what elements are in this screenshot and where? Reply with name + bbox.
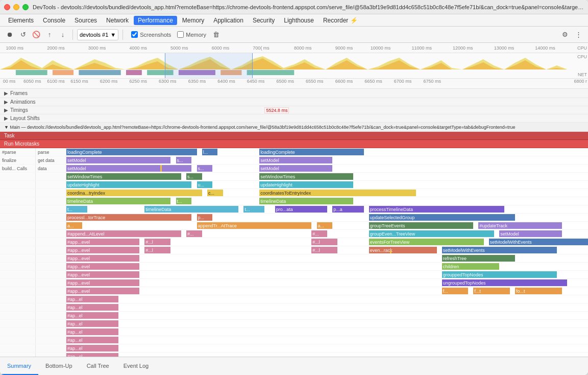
bar-eventsfortreeview[interactable]: eventsForTreeView (369, 239, 484, 245)
bar-appevel-2[interactable]: #app...evel (66, 247, 139, 253)
bar-apel-1[interactable]: #ap...el (66, 296, 118, 302)
bar-apel-5[interactable]: #ap...el (66, 329, 118, 335)
bar-apel-7[interactable]: #ap...el (66, 345, 118, 351)
devtools-selector[interactable]: devtools #1 ▼ (77, 29, 118, 40)
bar-c-dots[interactable]: c... (207, 190, 223, 196)
bar-hash-dots-1[interactable]: #... (186, 230, 202, 237)
tab-call-tree[interactable]: Call Tree (80, 357, 116, 375)
memory-checkbox[interactable] (177, 31, 184, 38)
settings-button[interactable]: ⚙ (559, 29, 571, 40)
record-button[interactable]: ⏺ (4, 29, 15, 40)
bar-s-dots-3[interactable]: s... (186, 173, 202, 180)
bar-s-dots-2[interactable]: s... (197, 165, 213, 172)
tab-bottom-up[interactable]: Bottom-Up (38, 357, 80, 375)
overview-cpu-net[interactable]: CPU NET (0, 53, 588, 79)
bar-timelinedata-1[interactable]: timelineData (66, 198, 170, 204)
bar-t-dots-2[interactable]: t... (66, 206, 87, 213)
bar-apel-6[interactable]: #ap...el (66, 337, 118, 343)
run-microtasks-bar[interactable]: Run Microtasks (0, 140, 588, 148)
bar-appendtrace[interactable]: appendTr...AtTrace (197, 222, 312, 229)
bar-setmodelwithevents-1[interactable]: setModelWithEvents (489, 239, 588, 245)
frames-track-header[interactable]: ▶ Frames (0, 89, 588, 98)
bar-t-dots-3[interactable]: t... (243, 206, 264, 213)
bar-evenrack[interactable]: even...rack (369, 247, 437, 253)
bar-updatehighlight-2[interactable]: updateHighlight (259, 181, 353, 188)
bar-loading-complete-1[interactable]: loadingComplete (66, 149, 197, 155)
bar-setwindowtimes-2[interactable]: setWindowTimes (259, 173, 353, 180)
bar-setmodel-4[interactable]: setModel (259, 165, 332, 172)
bar-setmodel-3[interactable]: setModel (66, 165, 191, 172)
bar-processtrace-1[interactable]: processl...torTrace (66, 214, 191, 221)
bar-updateselectedgroup[interactable]: updateSelectedGroup (369, 214, 515, 221)
bar-apel-8[interactable]: #ap...el (66, 353, 118, 357)
more-options-button[interactable]: ⋮ (573, 29, 584, 40)
menu-network[interactable]: Network (102, 16, 133, 25)
bar-fot[interactable]: fo...t (515, 288, 562, 294)
bar-refreshtree[interactable]: refreshTree (442, 255, 515, 262)
bar-appevel-5[interactable]: #app...evel (66, 271, 139, 278)
bar-pa[interactable]: p...a (332, 206, 363, 213)
bar-appevel-7[interactable]: #app...evel (66, 288, 139, 294)
trash-button[interactable]: 🗑 (210, 29, 222, 40)
menu-recorder[interactable]: Recorder ⚡ (319, 16, 362, 25)
bar-grouppedtopnodes[interactable]: grouppedTopNodes (442, 271, 557, 278)
close-button[interactable] (4, 4, 10, 10)
task-bar[interactable]: Task (0, 132, 588, 140)
layout-shifts-track-header[interactable]: ▶ Layout Shifts (0, 114, 588, 123)
bar-grouptreeevents[interactable]: groupTreeEvents (369, 222, 473, 229)
bar-t-dots-1[interactable]: t... (176, 198, 192, 204)
bar-apel-4[interactable]: #ap...el (66, 320, 118, 327)
minimize-button[interactable] (13, 4, 19, 10)
bar-appevel-4[interactable]: #app...evel (66, 263, 139, 270)
menu-sources[interactable]: Sources (70, 16, 101, 25)
bar-setwindowtimes-1[interactable]: setWindowTimes (66, 173, 181, 180)
bar-proata[interactable]: pro...ata (275, 206, 327, 213)
screenshots-checkbox[interactable] (131, 31, 138, 38)
tab-summary[interactable]: Summary (0, 357, 38, 375)
bar-setmodel-5[interactable]: setModel (499, 230, 562, 237)
bar-f-dots[interactable]: f... (442, 288, 468, 294)
menu-elements[interactable]: Elements (4, 16, 38, 25)
menu-performance[interactable]: Performance (134, 16, 177, 25)
animations-track-header[interactable]: ▶ Animations (0, 98, 588, 106)
bar-groupeventreeview[interactable]: groupEven...TreeView (369, 230, 494, 237)
bar-updatehighlight-1[interactable]: updateHighlight (66, 181, 191, 188)
bar-ft[interactable]: f...t (473, 288, 510, 294)
bar-a-dots[interactable]: a... (66, 222, 82, 229)
bar-updatetrack[interactable]: #updateTrack (478, 222, 562, 229)
bar-setmodel-2[interactable]: setModel (259, 157, 332, 163)
menu-memory[interactable]: Memory (178, 16, 208, 25)
bar-hash-l-3[interactable]: #...l (144, 247, 170, 253)
bar-l-dots[interactable]: l... (202, 149, 218, 155)
download-button[interactable]: ↓ (57, 29, 68, 40)
bar-appevel-6[interactable]: #app...evel (66, 279, 139, 286)
bar-hash-l-2[interactable]: #...l (311, 239, 337, 245)
bar-a-dots-2[interactable]: a... (317, 222, 333, 229)
bar-s-dots-1[interactable]: s... (176, 157, 192, 163)
menu-console[interactable]: Console (39, 16, 69, 25)
clear-button[interactable]: 🚫 (31, 29, 42, 40)
bar-apel-3[interactable]: #ap...el (66, 312, 118, 319)
bar-setmodel-1[interactable]: setModel (66, 157, 170, 163)
bar-timelinedata-3[interactable]: timelineData (144, 206, 238, 213)
bar-coordinates-2[interactable]: coordinatesToEntryIndex (259, 190, 416, 196)
bar-coordinates-1[interactable]: coordina...tryIndex (66, 190, 202, 196)
menu-lighthouse[interactable]: Lighthouse (280, 16, 318, 25)
bar-children[interactable]: children (442, 263, 499, 270)
bar-p-dots[interactable]: p... (197, 214, 213, 221)
bar-loading-complete-2[interactable]: loadingComplete (259, 149, 363, 155)
bar-hash-l-4[interactable]: #...l (311, 247, 337, 253)
bar-u-dots[interactable]: u... (197, 181, 213, 188)
reload-record-button[interactable]: ↺ (17, 29, 29, 40)
flame-chart-scroll[interactable]: #parse parse loadingComplete l... loadin… (0, 148, 588, 357)
bar-timelinedata-2[interactable]: timelineData (259, 198, 353, 204)
maximize-button[interactable] (22, 4, 29, 10)
bar-processtimelinedata[interactable]: processTimelineData (369, 206, 505, 213)
menu-security[interactable]: Security (249, 16, 279, 25)
bar-setmodelwithevents-2[interactable]: setModelWithEvents (442, 247, 557, 253)
menu-application[interactable]: Application (209, 16, 248, 25)
bar-appendatlevel-1[interactable]: #append...AtLevel (66, 230, 181, 237)
bar-ungroupedtopnodes[interactable]: ungroupedTopNodes (442, 279, 567, 286)
upload-button[interactable]: ↑ (44, 29, 55, 40)
timings-track-header[interactable]: ▶ Timings 5524.8 ms (0, 106, 588, 114)
